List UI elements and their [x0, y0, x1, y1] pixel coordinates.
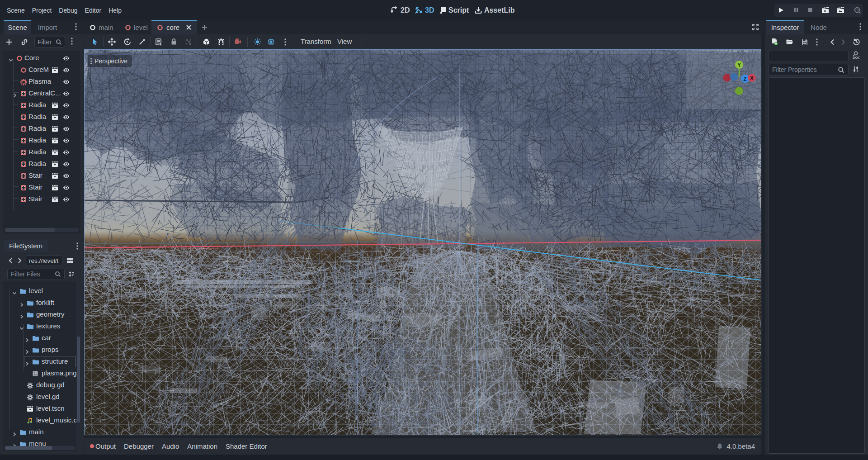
svg-text:Z: Z — [743, 76, 746, 82]
svg-text:Y: Y — [737, 62, 741, 68]
svg-text:DOC: DOC — [853, 56, 859, 60]
svg-text:X: X — [750, 75, 754, 81]
